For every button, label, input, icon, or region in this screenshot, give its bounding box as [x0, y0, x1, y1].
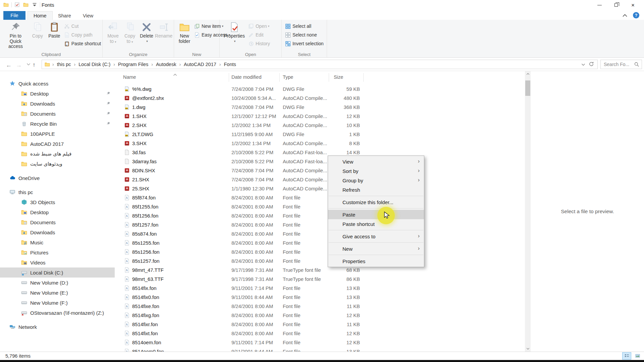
- file-row-85f1256-fon[interactable]: A85f1256.fon8/24/2001 8:00 AMFont file: [115, 211, 525, 220]
- column-header-name[interactable]: Name: [123, 74, 136, 80]
- sidebar-item-100apple[interactable]: 100APPLE: [0, 129, 115, 139]
- sidebar-item-desktop[interactable]: Desktop: [0, 88, 115, 99]
- sidebar-item-pictures[interactable]: Pictures: [0, 247, 115, 257]
- tab-share[interactable]: Share: [52, 11, 77, 20]
- sidebar-item-quick-access[interactable]: Quick access: [0, 78, 115, 88]
- breadcrumb-segment-local-disk-c[interactable]: Local Disk (C:): [76, 62, 112, 67]
- address-chevron-down-button[interactable]: [581, 62, 585, 67]
- delete-button[interactable]: Delete▾: [138, 21, 155, 44]
- details-view-button[interactable]: [622, 352, 631, 360]
- rename-button[interactable]: Rename: [155, 21, 172, 39]
- menu-item-refresh[interactable]: Refresh: [328, 185, 424, 194]
- file-row-8514fix-fon[interactable]: A8514fix.fon9/11/2001 7:14 PMFont file13…: [115, 284, 525, 293]
- breadcrumb-chevron-icon[interactable]: ›: [150, 62, 154, 67]
- sidebar-item-item[interactable]: فیلم های ضبط شده: [0, 149, 115, 159]
- restore-button[interactable]: [608, 0, 625, 10]
- vertical-scrollbar[interactable]: [525, 71, 531, 352]
- file-row-8514oem0-fon[interactable]: A8514oem0.fon9/11/2001 8:44 AMFont file1…: [115, 347, 525, 352]
- file-row-2lt-dwg[interactable]: DWG2LT.DWG11/2/1985 9:00 AMDWG File1 KB: [115, 130, 525, 139]
- menu-item-customize-this-folder[interactable]: Customize this folder...: [328, 197, 424, 207]
- minimize-button[interactable]: [591, 0, 608, 10]
- file-row-25-shx[interactable]: A25.SHX1/1/1980 12:30 PMAutoCAD Compile.…: [115, 184, 525, 193]
- file-row-1-shx[interactable]: A1.SHX12/1/2007 12:12 PMAutoCAD Compile.…: [115, 112, 525, 121]
- sidebar-item-new-volume-e[interactable]: New Volume (E:): [0, 288, 115, 298]
- breadcrumb-segment-autocad-2017[interactable]: AutoCAD 2017: [182, 62, 218, 67]
- sidebar-item-item[interactable]: ویدئوهای سایت: [0, 159, 115, 169]
- file-row-85f1257-fon[interactable]: A85f1257.fon8/24/2001 8:00 AMFont file: [115, 220, 525, 229]
- tab-view[interactable]: View: [77, 11, 99, 20]
- select-none-button[interactable]: Select none: [285, 31, 324, 39]
- invert-selection-button[interactable]: Invert selection: [285, 39, 324, 48]
- breadcrumb-segment-fonts[interactable]: Fonts: [222, 62, 238, 67]
- sidebar-item-desktop[interactable]: Desktop: [0, 207, 115, 217]
- back-button[interactable]: ←: [4, 60, 13, 68]
- search-input[interactable]: [601, 62, 634, 67]
- move-to-button[interactable]: Moveto▾: [105, 21, 121, 45]
- qat-qat-customize-button[interactable]: [31, 1, 38, 8]
- breadcrumb-chevron-icon[interactable]: ›: [112, 62, 116, 67]
- breadcrumb-chevron-icon[interactable]: ›: [73, 62, 77, 67]
- file-row-8din-shx[interactable]: A8DIN.SHX7/24/2008 7:04 PMAutoCAD Compil…: [115, 166, 525, 175]
- sidebar-item-local-disk-c[interactable]: Local Disk (C:): [0, 267, 115, 278]
- history-button[interactable]: History: [248, 39, 270, 48]
- tab-home[interactable]: Home: [28, 11, 53, 20]
- scrollbar-thumb[interactable]: [525, 80, 530, 96]
- sidebar-item-network[interactable]: Network: [0, 322, 115, 332]
- column-header-size[interactable]: Size: [334, 74, 343, 80]
- sidebar-item-onedrive[interactable]: OneDrive: [0, 173, 115, 183]
- sidebar-item-recycle-bin[interactable]: Recycle Bin: [0, 119, 115, 129]
- copy-button[interactable]: Copy: [29, 21, 46, 39]
- close-button[interactable]: ×: [625, 0, 641, 10]
- sidebar-item-ostovarsazan-f-montazeri-z[interactable]: OStovarsazan (\\f-montazeri) (Z:): [0, 308, 115, 318]
- file-row-1-dwg[interactable]: DWG1.dwg7/24/2008 7:04 PMDWG File368 KB: [115, 103, 525, 112]
- sidebar-item-new-volume-f[interactable]: New Volume (F:): [0, 298, 115, 308]
- ribbon-collapse-button[interactable]: [622, 14, 628, 17]
- copy-to-button[interactable]: Copyto▾: [121, 21, 138, 45]
- breadcrumb-segment-autodesk[interactable]: Autodesk: [154, 62, 178, 67]
- up-button[interactable]: ↑: [31, 60, 40, 68]
- file-row-8514fixt-fon[interactable]: A8514fixt.fon8/24/2001 8:00 AMFont file1…: [115, 329, 525, 338]
- thumbnails-view-button[interactable]: [633, 352, 642, 360]
- sidebar-item-3d-objects[interactable]: 3D Objects: [0, 197, 115, 207]
- scroll-up-button[interactable]: [525, 71, 531, 77]
- copy-path-button[interactable]: Copy path: [64, 31, 101, 39]
- file-row-8514fixg-fon[interactable]: A8514fixg.fon8/24/2001 8:00 AMFont file1…: [115, 311, 525, 320]
- scroll-down-button[interactable]: [525, 346, 531, 352]
- breadcrumb-segment-program-files[interactable]: Program Files: [116, 62, 150, 67]
- sidebar-item-documents[interactable]: Documents: [0, 109, 115, 119]
- file-row-8514fixe-fon[interactable]: A8514fixe.fon8/24/2001 8:00 AMFont file1…: [115, 302, 525, 311]
- sidebar-item-downloads[interactable]: Downloads: [0, 99, 115, 109]
- file-row-98mrt-63-ttf[interactable]: A98mrt_63.TTF9/17/1998 7:31 AMTrueType f…: [115, 275, 525, 284]
- sidebar-item-downloads[interactable]: Downloads: [0, 227, 115, 237]
- column-header-date-modified[interactable]: Date modified: [231, 74, 261, 80]
- file-row-85s1256-fon[interactable]: A85s1256.fon8/24/2001 8:00 AMFont file: [115, 247, 525, 256]
- file-row-3-shx[interactable]: A3.SHX1/2/2002 1:34 PMAutoCAD Compile...…: [115, 139, 525, 148]
- menu-item-group-by[interactable]: Group by›: [328, 176, 424, 185]
- paste-shortcut-button[interactable]: Paste shortcut: [64, 39, 101, 48]
- forward-button[interactable]: →: [14, 60, 23, 68]
- sidebar-item-documents[interactable]: Documents: [0, 217, 115, 227]
- menu-item-paste[interactable]: Paste: [328, 210, 424, 219]
- qat-explorer-folder-button[interactable]: [3, 1, 9, 8]
- file-row-85f874-fon[interactable]: A85f874.fon8/24/2001 8:00 AMFont file: [115, 193, 525, 202]
- file-row-85s1257-fon[interactable]: A85s1257.fon8/24/2001 8:00 AMFont file: [115, 256, 525, 265]
- file-row-85f1255-fon[interactable]: A85f1255.fon8/24/2001 8:00 AMFont file: [115, 202, 525, 211]
- column-header-type[interactable]: Type: [283, 74, 293, 80]
- select-all-button[interactable]: Select all: [285, 22, 324, 31]
- tab-file[interactable]: File: [3, 11, 25, 20]
- new-folder-button[interactable]: Newfolder: [176, 21, 193, 44]
- column-divider[interactable]: [329, 73, 329, 82]
- sidebar-item-new-volume-d[interactable]: New Volume (D:): [0, 278, 115, 288]
- menu-item-give-access-to[interactable]: Give access to›: [328, 232, 424, 241]
- cut-button[interactable]: Cut: [64, 22, 101, 31]
- sidebar-item-autocad-2017[interactable]: AutoCAD 2017: [0, 139, 115, 149]
- file-row-8514oem-fon[interactable]: A8514oem.fon9/11/2001 7:14 PMFont file12…: [115, 338, 525, 347]
- breadcrumb-chevron-icon[interactable]: ›: [178, 62, 182, 67]
- pin-to-quick-access-button[interactable]: Pin to Quickaccess: [2, 21, 29, 49]
- file-row-3d-fas[interactable]: 3d.fas2/10/2008 5:22 PMAutoCAD Fast-loa.…: [115, 148, 525, 157]
- breadcrumb-segment-this-pc[interactable]: this pc: [55, 62, 73, 67]
- column-divider[interactable]: [279, 73, 280, 82]
- file-row-extfont2-shx[interactable]: A@extfont2.shx10/24/2008 5:34 A...AutoCA…: [115, 94, 525, 103]
- help-button[interactable]: ?: [633, 12, 639, 18]
- menu-item-properties[interactable]: Properties: [328, 256, 424, 266]
